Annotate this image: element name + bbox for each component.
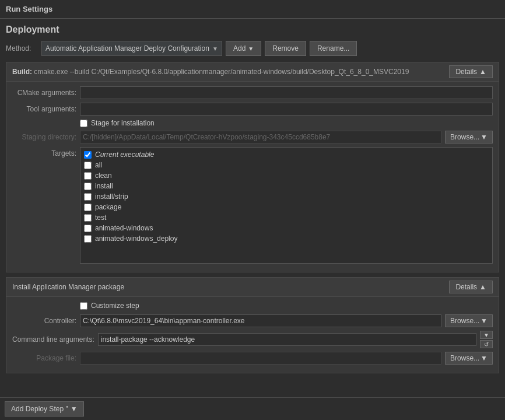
stage-checkbox-label: Stage for installation [91, 119, 155, 127]
build-value: cmake.exe --build C:/Qt/Examples/Qt-6.8.… [34, 68, 409, 76]
target-item: Current executable [84, 150, 489, 159]
targets-label: Targets: [12, 147, 76, 158]
title-bar-label: Run Settings [6, 5, 52, 13]
package-browse-button[interactable]: Browse... ▼ [445, 352, 493, 365]
build-details-button[interactable]: Details ▲ [449, 65, 493, 78]
install-details-arrow-icon: ▲ [479, 283, 486, 291]
target-checkbox[interactable] [84, 162, 92, 169]
cmdline-reset-button[interactable]: ↺ [480, 340, 493, 348]
controller-label: Controller: [12, 317, 76, 325]
install-panel-header: Install Application Manager package Deta… [6, 278, 499, 297]
stage-checkbox-row: Stage for installation [80, 119, 493, 127]
cmake-arguments-row: CMake arguments: [12, 86, 493, 99]
install-panel-title: Install Application Manager package [12, 283, 124, 291]
target-item: install/strip [84, 192, 489, 201]
staging-input[interactable] [80, 131, 441, 144]
target-label: install [95, 182, 113, 190]
target-label: animated-windows_deploy [95, 235, 177, 243]
target-checkbox[interactable] [84, 172, 92, 180]
target-item: test [84, 213, 489, 222]
tool-arguments-input[interactable] [80, 103, 493, 116]
add-button[interactable]: Add ▼ [226, 41, 261, 56]
target-item: all [84, 160, 489, 170]
build-panel: Build: cmake.exe --build C:/Qt/Examples/… [6, 62, 499, 272]
target-label: clean [95, 172, 112, 180]
add-button-arrow-icon: ▼ [248, 46, 254, 52]
remove-button[interactable]: Remove [265, 41, 306, 56]
package-file-label: Package file: [12, 354, 76, 362]
target-checkbox[interactable] [84, 151, 92, 159]
controller-browse-arrow-icon: ▼ [481, 317, 488, 325]
cmdline-buttons: ▼ ↺ [480, 331, 493, 348]
install-panel: Install Application Manager package Deta… [6, 277, 499, 373]
customize-label: Customize step [91, 302, 139, 310]
package-file-input[interactable] [80, 352, 441, 365]
controller-browse-button[interactable]: Browse... ▼ [445, 314, 493, 327]
package-file-row: Package file: Browse... ▼ [12, 352, 493, 365]
main-content: Deployment Method: Automatic Application… [0, 19, 505, 418]
method-row: Method: Automatic Application Manager De… [6, 41, 499, 56]
cmake-label: CMake arguments: [12, 89, 76, 97]
target-item: install [84, 181, 489, 191]
target-item: animated-windows_deploy [84, 234, 489, 243]
target-label: all [95, 161, 102, 169]
bottom-bar: Add Deploy Step " ▼ [0, 397, 505, 420]
customize-row: Customize step [12, 302, 493, 310]
targets-box: Current executableallcleaninstallinstall… [80, 147, 493, 264]
add-deploy-step-button[interactable]: Add Deploy Step " ▼ [5, 401, 84, 416]
method-dropdown[interactable]: Automatic Application Manager Deploy Con… [41, 41, 222, 56]
tool-arguments-row: Tool arguments: [12, 103, 493, 116]
cmdline-row: Command line arguments: ▼ ↺ [12, 331, 493, 348]
target-item: package [84, 202, 489, 212]
controller-row: Controller: Browse... ▼ [12, 314, 493, 327]
customize-checkbox[interactable] [80, 302, 87, 310]
cmdline-label: Command line arguments: [12, 335, 94, 344]
target-label: test [95, 214, 106, 222]
build-prefix: Build: [12, 68, 32, 76]
install-panel-body: Customize step Controller: Browse... ▼ C… [6, 297, 499, 373]
build-details-arrow-icon: ▲ [479, 68, 486, 76]
target-item: animated-windows [84, 223, 489, 233]
target-checkbox[interactable] [84, 225, 92, 232]
stage-checkbox[interactable] [80, 120, 87, 127]
target-label: package [95, 203, 121, 211]
method-select-text: Automatic Application Manager Deploy Con… [45, 44, 212, 52]
method-dropdown-arrow-icon: ▼ [212, 46, 218, 52]
cmdline-down-button[interactable]: ▼ [480, 331, 493, 339]
add-deploy-step-label: Add Deploy Step " [11, 405, 68, 413]
add-deploy-step-arrow-icon: ▼ [71, 405, 78, 413]
target-checkbox[interactable] [84, 214, 92, 222]
staging-row: Staging directory: Browse... ▼ [12, 131, 493, 144]
target-item: clean [84, 171, 489, 180]
method-label: Method: [6, 44, 38, 52]
package-browse-arrow-icon: ▼ [481, 354, 488, 362]
target-checkbox[interactable] [84, 193, 92, 201]
build-header-text: Build: cmake.exe --build C:/Qt/Examples/… [12, 68, 409, 76]
target-checkbox[interactable] [84, 183, 92, 190]
deployment-title: Deployment [6, 24, 499, 35]
target-label: Current executable [95, 150, 154, 159]
rename-button[interactable]: Rename... [310, 41, 357, 56]
target-label: animated-windows [95, 224, 153, 232]
staging-label: Staging directory: [12, 133, 76, 141]
build-panel-body: CMake arguments: Tool arguments: Stage f… [6, 82, 499, 272]
cmdline-input[interactable] [98, 333, 476, 346]
target-checkbox[interactable] [84, 235, 92, 243]
targets-row: Targets: Current executableallcleaninsta… [12, 147, 493, 264]
install-details-button[interactable]: Details ▲ [449, 281, 493, 293]
title-bar: Run Settings [0, 0, 505, 19]
staging-browse-arrow-icon: ▼ [481, 133, 488, 141]
target-label: install/strip [95, 192, 128, 201]
build-panel-header: Build: cmake.exe --build C:/Qt/Examples/… [6, 62, 499, 82]
target-checkbox[interactable] [84, 204, 92, 211]
staging-browse-button[interactable]: Browse... ▼ [445, 131, 493, 144]
cmake-arguments-input[interactable] [80, 86, 493, 99]
tool-label: Tool arguments: [12, 105, 76, 113]
controller-input[interactable] [80, 314, 441, 327]
